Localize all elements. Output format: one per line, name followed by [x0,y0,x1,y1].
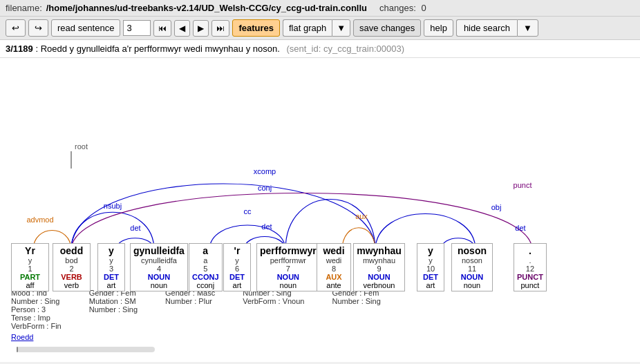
svg-text:det: det [130,224,140,232]
token-wedi[interactable]: wedi wedi 8 AUX ante [317,243,351,291]
token-word: a [192,245,219,256]
token-word: Yr [15,245,46,256]
token-word: . [517,245,543,256]
changes-label: changes: 0 [379,3,426,13]
sentence-id: (sent_id: cy_ccg_train:00003) [286,44,404,54]
save-changes-button[interactable]: save changes [353,19,421,37]
sentence-number-input[interactable] [123,20,151,36]
hide-search-button[interactable]: hide search [456,19,517,37]
morph-block-3: Gender : Masc Number : Plur [165,289,215,341]
token-mwynhau[interactable]: mwynhau mwynhau 9 NOUN verbnoun [353,243,405,291]
token-a[interactable]: a a 5 CCONJ cconj [189,243,223,291]
nav-prev-button[interactable]: ◀ [174,20,190,37]
sentence-colon: : [35,44,40,54]
svg-text:obj: obj [491,203,502,211]
morph-block-4: Number : Sing VerbForm : Vnoun [243,289,304,341]
token-yr[interactable]: Yr y 1 PART aff [11,243,49,291]
token-y3[interactable]: y y 3 DET art [97,243,125,291]
svg-text:root: root [75,142,88,151]
flat-graph-dropdown[interactable]: ▼ [332,19,350,37]
token-word: oedd [56,245,87,256]
morph-block-1: Mood : Ind Number : Sing Person : 3 Tens… [11,289,62,341]
read-sentence-button[interactable]: read sentence [51,19,120,37]
svg-text:nsubj: nsubj [104,202,122,210]
progress-bar-container [17,347,155,352]
changes-value: 0 [421,3,426,13]
token-word: mwynhau [357,245,402,256]
token-word: perfformwyr [260,245,317,256]
morph-block-5: Gender : Fem Number : Sing [332,289,380,341]
toolbar: ↩ ↪ read sentence ⏮ ◀ ▶ ⏭ features flat … [0,17,640,40]
token-y10[interactable]: y y 10 DET art [417,243,444,291]
flat-graph-container: flat graph ▼ [283,19,350,37]
token-word: noson [455,245,489,256]
svg-text:cc: cc [244,207,252,215]
tree-area: root advmod nsubj det xcomp conj [6,65,628,286]
progress-bar-fill [17,347,18,352]
svg-text:det: det [261,222,272,231]
nav-next-button[interactable]: ▶ [193,20,209,37]
token-gynulleidfa[interactable]: gynulleidfa cynulleidfa 4 NOUN noun [130,243,188,291]
filename-path: /home/johannes/ud-treebanks-v2.14/UD_Wel… [46,3,367,13]
token-oedd[interactable]: oedd bod 2 VERB verb [53,243,91,291]
svg-text:aux: aux [355,212,368,220]
svg-text:xcomp: xcomp [254,167,276,175]
hide-search-container: hide search ▼ [456,19,538,37]
filename-label: filename: [6,3,42,13]
svg-text:conj: conj [258,184,272,192]
token-punct[interactable]: . . 12 PUNCT punct [514,243,547,291]
morphology-area: Mood : Ind Number : Sing Person : 3 Tens… [6,286,634,344]
nav-last-button[interactable]: ⏭ [211,20,229,37]
token-perfformwyr[interactable]: perfformwyr perfformwr 7 NOUN noun [256,243,320,291]
token-word: 'r [227,245,247,256]
features-button[interactable]: features [232,19,280,37]
svg-text:det: det [515,224,525,232]
token-r[interactable]: 'r y 6 DET art [223,243,251,291]
token-word: wedi [320,245,348,256]
hide-search-dropdown[interactable]: ▼ [517,19,538,37]
redo-button[interactable]: ↪ [28,19,48,37]
token-word: gynulleidfa [133,245,185,256]
sentence-bar: 3/1189 : Roedd y gynulleidfa a'r perffor… [0,40,640,58]
token-noson[interactable]: noson noson 11 NOUN noun [451,243,493,291]
top-bar: filename: /home/johannes/ud-treebanks-v2… [0,0,640,17]
progress-bar-area [11,347,629,352]
svg-text:advmod: advmod [26,215,53,224]
token-word: y [101,245,122,256]
undo-button[interactable]: ↩ [6,19,26,37]
flat-graph-button[interactable]: flat graph [283,19,332,37]
svg-text:punct: punct [514,181,532,189]
help-button[interactable]: help [424,19,453,37]
sentence-text: Roedd y gynulleidfa a'r perfformwyr wedi… [41,44,280,54]
main-content: root advmod nsubj det xcomp conj [0,58,640,362]
morph-word-1[interactable]: Roedd [11,333,62,341]
sentence-position: 3/1189 [6,44,33,54]
morph-block-2: Gender : Fem Mutation : SM Number : Sing [89,289,138,341]
token-word: y [420,245,441,256]
nav-first-button[interactable]: ⏮ [153,20,171,37]
